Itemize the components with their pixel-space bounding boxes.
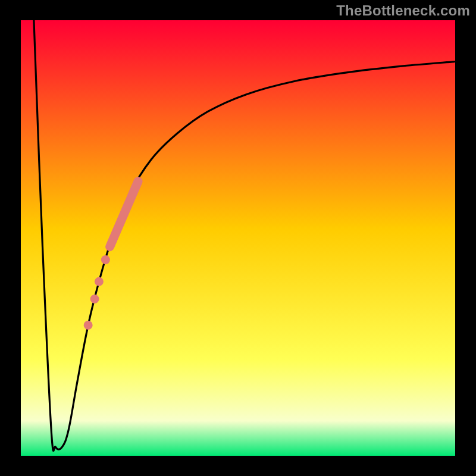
marker-dot [101,255,110,264]
plot-background [21,20,455,456]
marker-dot [95,277,104,286]
watermark-text: TheBottleneck.com [336,2,470,19]
chart-svg [0,0,476,476]
chart-frame: { "watermark": "TheBottleneck.com", "col… [0,0,476,476]
marker-dot [90,295,99,303]
marker-dot [84,321,93,330]
